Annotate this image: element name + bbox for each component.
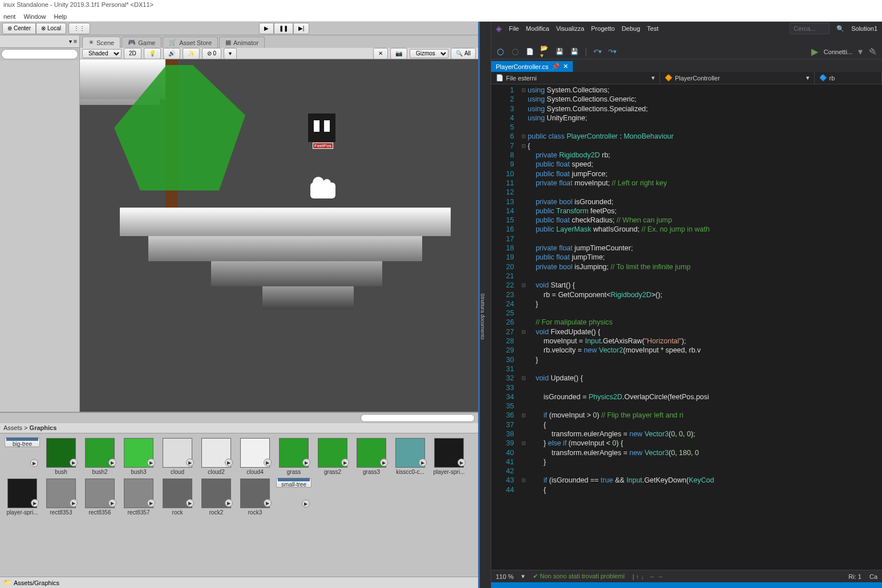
hierarchy-search[interactable] bbox=[1, 49, 78, 59]
connetti-button[interactable]: Connetti... bbox=[824, 48, 852, 55]
redo-icon[interactable]: ↷▾ bbox=[608, 47, 617, 56]
2d-toggle[interactable]: 2D bbox=[124, 48, 141, 59]
play-icon[interactable]: ▶ bbox=[70, 459, 78, 467]
asset-grass3[interactable]: ▶grass3 bbox=[354, 438, 389, 475]
project-breadcrumb[interactable]: Assets > Graphics bbox=[0, 423, 478, 433]
asset-rect8353[interactable]: ▶rect8353 bbox=[43, 478, 79, 516]
vs-menu-progetto[interactable]: Progetto bbox=[591, 25, 615, 32]
step-button[interactable]: ▶| bbox=[293, 23, 310, 34]
vs-menu-test[interactable]: Test bbox=[647, 25, 658, 32]
play-icon[interactable]: ▶ bbox=[458, 459, 466, 467]
ctx-file[interactable]: 📄 File esterni ▾ bbox=[491, 72, 660, 84]
play-icon[interactable]: ▶ bbox=[264, 499, 272, 507]
save-all-icon[interactable]: 💾 bbox=[570, 47, 579, 56]
scene-viewport[interactable]: FeetPos bbox=[80, 59, 478, 412]
menu-window[interactable]: Window bbox=[23, 13, 46, 20]
camera-icon[interactable]: 📷 bbox=[390, 48, 407, 59]
pivot-center-button[interactable]: ⊕ Center bbox=[2, 23, 36, 34]
tab-animator[interactable]: ▦ Animator bbox=[219, 37, 265, 48]
ctx-member[interactable]: 🔷 rb bbox=[815, 72, 882, 84]
play-icon[interactable]: ▶ bbox=[264, 459, 272, 467]
fwd-icon[interactable]: ◯ bbox=[511, 47, 520, 56]
nav-icons[interactable]: | ↑ ↓ ← → bbox=[633, 573, 663, 580]
asset-rect8357[interactable]: ▶rect8357 bbox=[121, 478, 156, 516]
menu-help[interactable]: Help bbox=[54, 13, 67, 20]
shading-dropdown[interactable]: Shaded bbox=[82, 49, 122, 58]
asset-player-spri...[interactable]: ▶player-spri... bbox=[5, 478, 40, 516]
asset-small-tree[interactable]: ▶small-tree bbox=[276, 478, 311, 488]
asset-cloud2[interactable]: ▶cloud2 bbox=[199, 438, 234, 475]
snap-button[interactable]: ⋮⋮ bbox=[68, 23, 90, 34]
grid-toggle[interactable]: ▾ bbox=[224, 48, 237, 59]
play-icon[interactable]: ▶ bbox=[147, 499, 155, 507]
back-icon[interactable]: ◯ bbox=[496, 47, 505, 56]
play-icon[interactable]: ▶ bbox=[225, 459, 233, 467]
tab-asset-store[interactable]: 🛒 Asset Store bbox=[163, 37, 218, 48]
tab-playercontroller[interactable]: PlayerController.cs 📌 ✕ bbox=[491, 61, 573, 72]
ctx-class[interactable]: 🔶 PlayerController ▾ bbox=[660, 72, 815, 84]
asset-rock[interactable]: ▶rock bbox=[160, 478, 195, 516]
play-icon[interactable]: ▶ bbox=[70, 499, 78, 507]
play-icon[interactable]: ▶ bbox=[30, 459, 38, 467]
tab-game[interactable]: 🎮 Game bbox=[122, 37, 161, 48]
gizmos-dropdown[interactable]: Gizmos bbox=[410, 49, 448, 58]
fx-toggle[interactable]: ✨ bbox=[183, 48, 200, 59]
asset-rock3[interactable]: ▶rock3 bbox=[237, 478, 273, 516]
new-file-icon[interactable]: 📄 bbox=[525, 47, 535, 56]
pin-icon[interactable]: 📌 bbox=[552, 63, 560, 70]
extension-icon[interactable]: 🔌 bbox=[868, 47, 877, 56]
vs-menu-file[interactable]: File bbox=[509, 25, 519, 32]
vs-solution-label[interactable]: Solution1 bbox=[851, 25, 877, 32]
undo-icon[interactable]: ↶▾ bbox=[593, 47, 602, 56]
play-icon[interactable]: ▶ bbox=[108, 499, 116, 507]
asset-big-tree[interactable]: ▶big-tree bbox=[5, 438, 40, 447]
lighting-toggle[interactable]: 💡 bbox=[144, 48, 161, 59]
tools-icon[interactable]: ✕ bbox=[373, 48, 388, 59]
vs-menu-visualizza[interactable]: Visualizza bbox=[556, 25, 584, 32]
vs-search-input[interactable] bbox=[790, 23, 830, 34]
pause-button[interactable]: ❚❚ bbox=[274, 23, 293, 34]
play-icon[interactable]: ▶ bbox=[31, 499, 39, 507]
close-tab-icon[interactable]: ✕ bbox=[563, 63, 568, 70]
tab-scene[interactable]: ☀ Scene bbox=[82, 37, 120, 48]
zoom-level[interactable]: 110 % bbox=[496, 573, 513, 580]
asset-rect8356[interactable]: ▶rect8356 bbox=[82, 478, 118, 516]
hidden-toggle[interactable]: ⊘ 0 bbox=[202, 48, 221, 59]
save-icon[interactable]: 💾 bbox=[555, 47, 564, 56]
asset-cloud4[interactable]: ▶cloud4 bbox=[237, 438, 273, 475]
asset-bush2[interactable]: ▶bush2 bbox=[82, 438, 118, 475]
menu-component[interactable]: nent bbox=[3, 13, 15, 20]
play-icon[interactable]: ▶ bbox=[108, 459, 116, 467]
player-sprite[interactable]: FeetPos bbox=[308, 113, 335, 142]
vs-menu-debug[interactable]: Debug bbox=[622, 25, 640, 32]
vs-side-panel[interactable]: Struttura documento bbox=[480, 22, 491, 588]
play-button[interactable]: ▶ bbox=[259, 23, 274, 34]
play-icon[interactable]: ▶ bbox=[186, 459, 194, 467]
asset-kisscc0-c...[interactable]: ▶kisscc0-c... bbox=[393, 438, 428, 475]
search-all[interactable]: 🔍 All bbox=[451, 48, 476, 59]
camera-gizmo[interactable] bbox=[310, 183, 335, 198]
problems-indicator[interactable]: ✔ Non sono stati trovati problemi bbox=[533, 573, 625, 580]
play-icon[interactable]: ▶ bbox=[302, 500, 310, 508]
pivot-local-button[interactable]: ⊗ Local bbox=[36, 23, 66, 34]
hierarchy-menu-icon[interactable]: ▾ ≡ bbox=[69, 38, 77, 44]
play-icon[interactable]: ▶ bbox=[186, 499, 194, 507]
asset-bush3[interactable]: ▶bush3 bbox=[121, 438, 156, 475]
vs-menu-modifica[interactable]: Modifica bbox=[526, 25, 549, 32]
open-icon[interactable]: 📂▾ bbox=[540, 47, 549, 56]
asset-rock2[interactable]: ▶rock2 bbox=[199, 478, 234, 516]
code-editor[interactable]: 1 2 3 4 5 6 7 8 9 10 11 12 13 14 15 16 1… bbox=[491, 84, 882, 570]
play-icon[interactable]: ▶ bbox=[147, 459, 155, 467]
asset-grass2[interactable]: ▶grass2 bbox=[315, 438, 350, 475]
audio-toggle[interactable]: 🔊 bbox=[163, 48, 180, 59]
project-search[interactable] bbox=[361, 414, 475, 422]
play-icon[interactable]: ▶ bbox=[302, 459, 310, 467]
play-icon[interactable]: ▶ bbox=[225, 499, 233, 507]
play-icon[interactable]: ▶ bbox=[341, 459, 349, 467]
asset-cloud[interactable]: ▶cloud bbox=[160, 438, 195, 475]
start-icon[interactable]: ▶ bbox=[811, 46, 818, 57]
asset-player-spri...[interactable]: ▶player-spri... bbox=[431, 438, 467, 475]
asset-grass[interactable]: ▶grass bbox=[276, 438, 311, 475]
play-icon[interactable]: ▶ bbox=[419, 459, 427, 467]
play-icon[interactable]: ▶ bbox=[380, 459, 388, 467]
